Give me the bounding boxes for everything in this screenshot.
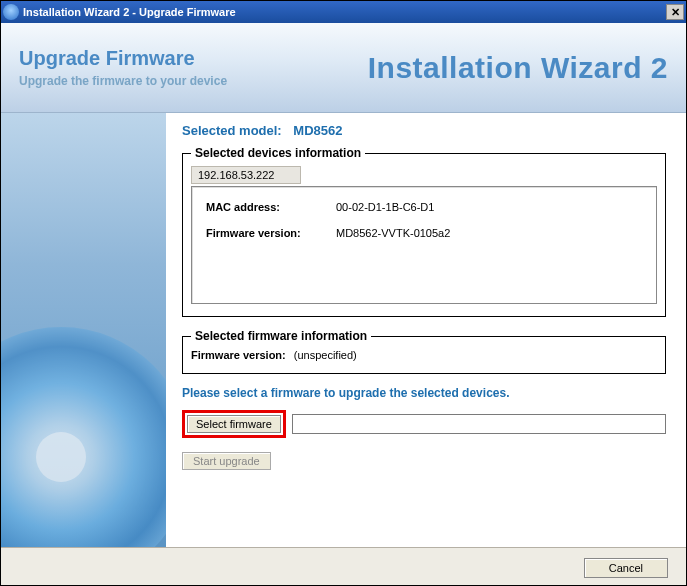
selected-model-line: Selected model: MD8562 [182,123,666,138]
device-details-box: MAC address: 00-02-D1-1B-C6-D1 Firmware … [191,186,657,304]
select-firmware-button[interactable]: Select firmware [187,415,281,433]
mac-value: 00-02-D1-1B-C6-D1 [336,201,434,213]
disc-icon [1,327,166,547]
close-icon[interactable]: ✕ [666,4,684,20]
firmware-info-group: Selected firmware information Firmware v… [182,329,666,374]
footer: Cancel [1,547,686,586]
sidebar-graphic [1,113,166,547]
firmware-label: Firmware version: [206,227,336,239]
firmware-path-input[interactable] [292,414,666,434]
selected-model-label: Selected model: [182,123,282,138]
mac-label: MAC address: [206,201,336,213]
titlebar: Installation Wizard 2 - Upgrade Firmware… [1,1,686,23]
mac-row: MAC address: 00-02-D1-1B-C6-D1 [206,201,642,213]
selected-fw-label: Firmware version: [191,349,286,361]
selected-fw-row: Firmware version: (unspecified) [191,349,657,361]
firmware-value: MD8562-VVTK-0105a2 [336,227,450,239]
select-firmware-row: Select firmware [182,410,666,438]
selected-fw-value: (unspecified) [294,349,357,361]
content-area: Selected model: MD8562 Selected devices … [166,113,686,547]
app-icon [3,4,19,20]
devices-info-group: Selected devices information 192.168.53.… [182,146,666,317]
devices-info-legend: Selected devices information [191,146,365,160]
firmware-info-legend: Selected firmware information [191,329,371,343]
header-panel: Upgrade Firmware Upgrade the firmware to… [1,23,686,113]
start-upgrade-button: Start upgrade [182,452,271,470]
cancel-button[interactable]: Cancel [584,558,668,578]
page-subtitle: Upgrade the firmware to your device [19,74,227,88]
firmware-row: Firmware version: MD8562-VVTK-0105a2 [206,227,642,239]
app-name: Installation Wizard 2 [368,51,668,85]
header-left: Upgrade Firmware Upgrade the firmware to… [19,47,227,88]
instruction-text: Please select a firmware to upgrade the … [182,386,666,400]
window-title: Installation Wizard 2 - Upgrade Firmware [23,6,666,18]
body-panel: Selected model: MD8562 Selected devices … [1,113,686,547]
page-title: Upgrade Firmware [19,47,227,70]
select-firmware-highlight: Select firmware [182,410,286,438]
selected-model-value: MD8562 [293,123,342,138]
device-ip[interactable]: 192.168.53.222 [191,166,301,184]
